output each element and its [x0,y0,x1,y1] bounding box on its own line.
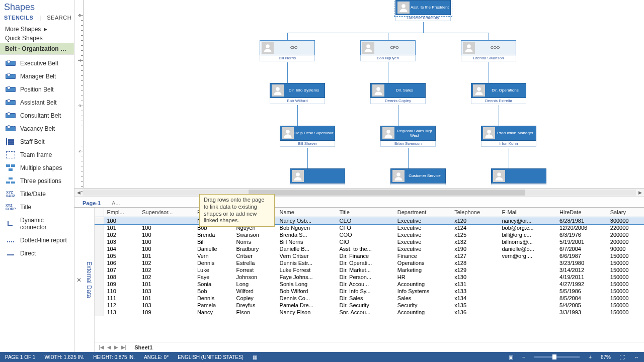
org-person-name: Danielle Bradbury [395,15,451,21]
col-header[interactable]: E-Mail [499,208,556,217]
stencil-item-team-frame[interactable]: Team frame [0,148,74,161]
org-person-name: Bob Nguyen [360,55,416,61]
org-person-name: Bill Shaver [280,141,335,147]
external-data-grid[interactable]: Empl...Supervisor...FirstLastNameTitleDe… [95,208,644,342]
zoom-out-icon[interactable]: − [522,354,525,360]
stencil-item-staff-belt[interactable]: Staff Belt [0,135,74,148]
tab-stencils[interactable]: STENCILS [4,15,33,21]
stencil-item-dynamic-connector[interactable]: Dynamic connector [0,214,74,234]
org-node-dis[interactable]: Dir. Info SystemsBob Wilford [270,83,325,104]
zoom-in-icon[interactable]: + [589,354,592,360]
stencil-item-manager-belt[interactable]: Manager Belt [0,70,74,83]
table-row[interactable]: 102100BrendaSwansonBrenda S...COOExecuti… [95,231,644,238]
status-angle: ANGLE: 0° [144,354,169,360]
dotted-line-icon [5,237,16,244]
h-scrollbar[interactable]: ◀ ▶ [74,188,644,196]
presentation-icon[interactable]: ▣ [509,354,513,360]
stencil-item-assistant-belt[interactable]: Assistant Belt [0,96,74,109]
col-header[interactable]: Title [337,208,394,217]
table-row[interactable]: 107102LukeForrestLuke ForrestDir. Market… [95,266,644,274]
person-icon [282,127,294,139]
org-person-name [290,184,345,185]
connector [423,22,424,33]
table-row[interactable]: 109101SoniaLongSonia LongDir. Accou...Ac… [95,281,644,288]
table-row[interactable]: 100NancyOsborneNancy Osb...CEOExecutivex… [95,217,644,225]
org-person-name [491,184,546,185]
page-tab-all[interactable]: A... [109,199,123,207]
svg-point-12 [497,172,501,176]
table-row[interactable]: 103100BillNorrisBill NorrisCIOExecutivex… [95,238,644,245]
scroll-right-icon[interactable]: ▶ [636,189,644,196]
person-icon [493,170,505,182]
sheet-nav[interactable]: |◀◀▶▶| [98,344,127,350]
page-width-icon[interactable]: ↔ [634,354,639,360]
col-header[interactable]: Name [277,208,337,217]
stencil-selected[interactable]: Belt - Organization C... [0,43,74,55]
fit-page-icon[interactable]: ⛶ [620,354,625,360]
svg-point-8 [386,130,390,134]
col-header[interactable]: HireDate [556,208,607,217]
table-row[interactable]: 111101DennisCopleyDennis Co...Dir. Sales… [95,295,644,302]
stencil-item-direct[interactable]: Direct [0,247,74,260]
stencil-item-title[interactable]: XYZCORPTitle [0,201,74,214]
stencil-item-three-positions[interactable]: Three positions [0,174,74,188]
quick-shapes[interactable]: Quick Shapes [0,34,74,43]
stencil-label: Direct [20,250,36,257]
table-row[interactable]: 113109NancyEisonNancy EisonSnr. Accou...… [95,309,644,316]
stencil-item-consultant-belt[interactable]: Consultant Belt [0,109,74,122]
org-node-pm[interactable]: Production ManagerIrfon Kohn [481,126,536,147]
org-node-hds[interactable]: Help Desk SupervisorBill Shaver [280,126,335,147]
org-node-cio[interactable]: CIOBill Norris [260,40,315,61]
table-row[interactable]: 108102FayeJohnsonFaye Johns...Dir. Perso… [95,274,644,281]
stencil-item-executive-belt[interactable]: Executive Belt [0,57,74,70]
three-positions-icon [5,177,16,185]
org-node-asst[interactable]: Asst. to the PresidentDanielle Bradbury [395,0,451,21]
page-tab-1[interactable]: Page-1 [79,199,104,207]
zoom-percent: 67% [601,354,611,360]
person-icon [362,42,374,54]
table-row[interactable]: 104100DanielleBradburyDanielle B...Asst.… [95,245,644,252]
col-header[interactable]: Salary [607,208,644,217]
org-node-do[interactable]: Dir. OperationsDennis Estrella [471,83,526,104]
org-node-ds[interactable]: Dir. SalesDennis Copley [370,83,426,104]
person-icon [272,84,284,97]
org-node-n3[interactable] [491,168,546,185]
org-person-name: Dennis Estrella [471,98,526,104]
org-node-n2[interactable]: Customer Service [390,168,446,185]
org-node-cfo[interactable]: CFOBob Nguyen [360,40,416,61]
scroll-left-icon[interactable]: ◀ [74,189,83,196]
zoom-slider[interactable] [534,356,580,358]
person-icon [262,42,274,54]
drawing-canvas[interactable]: Asst. to the PresidentDanielle BradburyC… [84,0,644,188]
table-row[interactable]: 105101VernCritserVern CritserDir. Financ… [95,252,644,259]
svg-point-0 [401,4,406,8]
col-header[interactable]: Department [394,208,451,217]
stencil-item-vacancy-belt[interactable]: Vacancy Belt [0,122,74,135]
stencil-item-position-belt[interactable]: Position Belt [0,83,74,96]
col-header[interactable]: Empl... [104,208,139,217]
connector [388,33,388,40]
org-node-n1[interactable] [290,168,345,185]
table-row[interactable]: 110103BobWilfordBob WilfordDir. Info Sy.… [95,288,644,295]
macro-record-icon[interactable]: ▦ [253,354,257,360]
sheet-tab[interactable]: Sheet1 [130,344,156,350]
more-shapes[interactable]: More Shapes▶ [0,25,74,34]
table-row[interactable]: 112103PamelaDreyfusPamela Dre...Dir. Sec… [95,302,644,309]
status-language: ENGLISH (UNITED STATES) [178,354,244,360]
svg-point-7 [286,130,290,134]
org-node-coo[interactable]: COOBrenda Swanson [461,40,516,61]
tab-search[interactable]: SEARCH [47,15,71,21]
close-icon[interactable]: ✕ [74,208,84,352]
connector [398,105,398,126]
stencil-item-dotted-line-report[interactable]: Dotted-line report [0,234,74,247]
table-row[interactable]: 106102DennisEstrellaDennis Estr...Dir. O… [95,259,644,266]
org-node-rsm[interactable]: Regional Sales Mgr WestBrian Swanson [380,126,436,147]
col-header[interactable]: Supervisor... [139,208,194,217]
stencil-item-title-date[interactable]: XYZ04/12Title/Date [0,188,74,201]
stencil-item-multiple-shapes[interactable]: Multiple shapes [0,161,74,174]
org-person-name [390,184,446,185]
col-header[interactable]: Telephone [451,208,499,217]
direct-line-icon [5,250,16,257]
table-row[interactable]: 101100BobNguyenBob NguyenCFOExecutivex12… [95,224,644,231]
org-person-name: Dennis Copley [370,98,426,104]
